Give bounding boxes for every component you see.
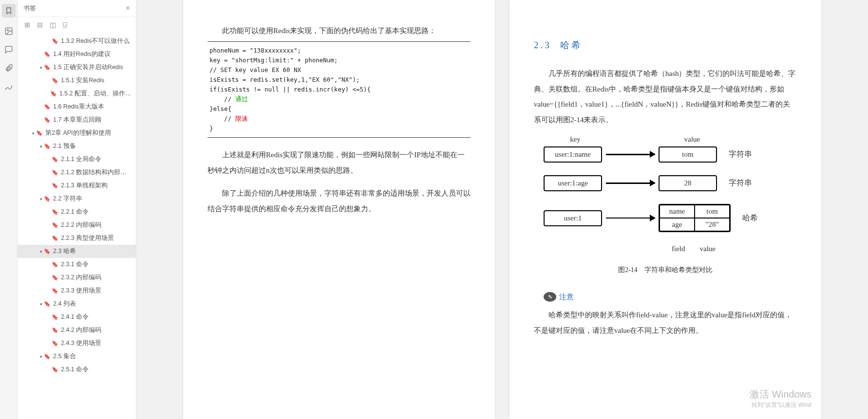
- diag-key-1: user:1:name: [544, 146, 602, 163]
- hash-col-labels: field value: [657, 245, 731, 253]
- bookmark-label: 2.4.3 使用场景: [61, 339, 101, 347]
- bookmark-item[interactable]: 🔖2.2.2 内部编码: [18, 219, 136, 232]
- bookmark-label: 2.1.2 数据结构和内部编码: [61, 168, 132, 177]
- bookmark-item[interactable]: 🔖2.1.3 单线程架构: [18, 179, 136, 192]
- chevron-down-icon[interactable]: ▾: [38, 302, 44, 307]
- bookmark-item[interactable]: 🔖2.1.1 全局命令: [18, 153, 136, 166]
- bookmark-label: 2.3.2 内部编码: [61, 273, 101, 282]
- bookmark-icon: 🔖: [44, 196, 51, 202]
- collapse-all-icon[interactable]: ⊟: [37, 21, 43, 29]
- code-block: phoneNum = "138xxxxxxxx"; key = "shortMs…: [208, 41, 471, 138]
- thumbnail-icon[interactable]: [4, 26, 14, 36]
- bookmark-item[interactable]: ▾🔖2.1 预备: [18, 140, 136, 153]
- figure-2-14: key value user:1:name tom 字符串 user:1:age…: [544, 135, 797, 253]
- page-left: 此功能可以使用Redis来实现，下面的伪代码给出了基本实现思路： phoneNu…: [183, 0, 495, 419]
- bookmark-icon: 🔖: [52, 222, 58, 228]
- bookmark-item[interactable]: 🔖2.1.2 数据结构和内部编码: [18, 166, 136, 179]
- comment-icon[interactable]: [4, 45, 14, 55]
- bookmark-item[interactable]: 🔖2.4.2 内部编码: [18, 324, 136, 337]
- arrow-icon: [606, 218, 655, 219]
- bookmark-label: 2.4 列表: [53, 300, 76, 308]
- bookmark-label: 2.3.3 使用场景: [61, 287, 101, 295]
- chevron-down-icon[interactable]: ▾: [38, 144, 44, 149]
- bookmark-icon: 🔖: [52, 182, 58, 189]
- document-viewport[interactable]: 此功能可以使用Redis来实现，下面的伪代码给出了基本实现思路： phoneNu…: [136, 0, 868, 419]
- bookmark-item[interactable]: 🔖2.4.1 命令: [18, 310, 136, 324]
- bookmark-item[interactable]: 🔖2.2.1 命令: [18, 205, 136, 219]
- bookmark-label: 1.5.1 安装Redis: [61, 76, 104, 85]
- diag-key-3: user:1: [544, 210, 602, 226]
- diag-val-2: 28: [659, 175, 717, 191]
- bookmark-icon: 🔖: [44, 51, 51, 57]
- close-icon[interactable]: ×: [126, 4, 130, 13]
- bookmark-item[interactable]: ▾🔖2.3 哈希: [18, 245, 136, 258]
- bookmark-icon: 🔖: [52, 38, 58, 44]
- bookmark-item[interactable]: 🔖1.7 本章重点回顾: [18, 113, 136, 127]
- bookmark-item[interactable]: 🔖1.4 用好Redis的建议: [18, 48, 136, 61]
- bookmark-icon: 🔖: [44, 117, 51, 123]
- bookmark-label: 2.5.1 命令: [61, 365, 89, 374]
- chevron-down-icon[interactable]: ▾: [30, 131, 36, 136]
- bookmark-icon: 🔖: [44, 301, 51, 307]
- app-root: 书签 × ⊞ ⊟ ◫ ⍌ 🔖1.3.2 Redis不可以做什么🔖1.4 用好Re…: [0, 0, 868, 419]
- bookmark-item[interactable]: ▾🔖第2章 API的理解和使用: [18, 127, 136, 140]
- diag-type-1: 字符串: [729, 149, 752, 160]
- expand-all-icon[interactable]: ⊞: [24, 21, 30, 29]
- bookmark-item[interactable]: 🔖1.3.2 Redis不可以做什么: [18, 35, 136, 48]
- bookmark-label: 2.1 预备: [53, 142, 76, 150]
- bookmark-item[interactable]: 🔖2.3.1 命令: [18, 258, 136, 271]
- bookmark-icon: 🔖: [52, 274, 58, 281]
- bookmark-label: 1.5.2 配置、启动、操作、关闭Redis: [59, 90, 132, 98]
- paragraph-1: 上述就是利用Redis实现了限速功能，例如一些网站限制一个IP地址不能在一秒钟之…: [208, 147, 471, 178]
- bookmark-item[interactable]: ▾🔖1.5 正确安装并启动Redis: [18, 61, 136, 74]
- bookmark-item[interactable]: 🔖2.3.2 内部编码: [18, 271, 136, 284]
- diag-value-label: value: [660, 135, 724, 144]
- bookmark-label: 2.2.3 典型使用场景: [61, 234, 114, 242]
- bookmark-icon: 🔖: [44, 248, 51, 255]
- bookmark-icon: 🔖: [52, 77, 58, 84]
- intro-text: 此功能可以使用Redis来实现，下面的伪代码给出了基本实现思路：: [208, 24, 471, 37]
- diag-type-2: 字符串: [729, 178, 752, 188]
- left-toolstrip: [0, 0, 18, 419]
- signature-icon[interactable]: [4, 82, 14, 91]
- bookmark-item[interactable]: 🔖2.4.3 使用场景: [18, 337, 136, 350]
- hash-table: name tom age "28": [659, 204, 731, 232]
- bookmark-icon: 🔖: [52, 314, 58, 320]
- bookmark-label: 2.5 集合: [53, 352, 76, 361]
- bookmark-icon[interactable]: [2, 4, 16, 18]
- diag-type-3: 哈希: [742, 213, 758, 223]
- bookmark-label: 1.5 正确安装并启动Redis: [53, 63, 123, 72]
- bookmark-label: 1.4 用好Redis的建议: [53, 50, 111, 58]
- bookmark-label: 1.3.2 Redis不可以做什么: [61, 37, 130, 45]
- bookmark-icon: 🔖: [52, 169, 58, 176]
- attachment-icon[interactable]: [4, 63, 14, 73]
- bookmark-item[interactable]: ▾🔖2.2 字符串: [18, 192, 136, 205]
- section-title: 哈希: [560, 40, 583, 50]
- bookmark-item[interactable]: 🔖1.5.2 配置、启动、操作、关闭Redis: [18, 87, 136, 100]
- section-number: 2.3: [534, 40, 551, 50]
- bookmark-remove-icon[interactable]: ⍌: [63, 21, 67, 29]
- bookmark-item[interactable]: ▾🔖2.5 集合: [18, 350, 136, 363]
- notice-label: 注意: [559, 292, 574, 302]
- paragraph-r1: 几乎所有的编程语言都提供了哈希（hash）类型，它们的叫法可能是哈希、字典、关联…: [534, 66, 797, 128]
- bookmark-tool-icon[interactable]: ◫: [50, 21, 56, 29]
- bookmark-icon: 🔖: [44, 64, 51, 71]
- bookmark-tree[interactable]: 🔖1.3.2 Redis不可以做什么🔖1.4 用好Redis的建议▾🔖1.5 正…: [18, 33, 136, 419]
- bookmark-item[interactable]: 🔖2.5.1 命令: [18, 363, 136, 376]
- diag-val-1: tom: [659, 146, 717, 163]
- chevron-down-icon[interactable]: ▾: [38, 249, 44, 254]
- diag-key-2: user:1:age: [544, 175, 602, 191]
- notice-icon: ✎: [544, 292, 556, 302]
- bookmark-item[interactable]: 🔖2.2.3 典型使用场景: [18, 232, 136, 245]
- bookmark-item[interactable]: ▾🔖2.4 列表: [18, 297, 136, 310]
- bookmark-item[interactable]: 🔖2.3.3 使用场景: [18, 284, 136, 297]
- bookmark-item[interactable]: 🔖1.6 Redis重大版本: [18, 100, 136, 113]
- bookmark-icon: 🔖: [50, 91, 57, 97]
- bookmark-label: 2.1.3 单线程架构: [61, 182, 108, 190]
- bookmark-label: 1.6 Redis重大版本: [53, 103, 104, 111]
- paragraph-r2: 哈希类型中的映射关系叫作field-value，注意这里的value是指fiel…: [534, 308, 797, 338]
- chevron-down-icon[interactable]: ▾: [38, 197, 44, 201]
- chevron-down-icon[interactable]: ▾: [38, 354, 44, 359]
- bookmark-item[interactable]: 🔖1.5.1 安装Redis: [18, 74, 136, 87]
- chevron-down-icon[interactable]: ▾: [38, 65, 44, 70]
